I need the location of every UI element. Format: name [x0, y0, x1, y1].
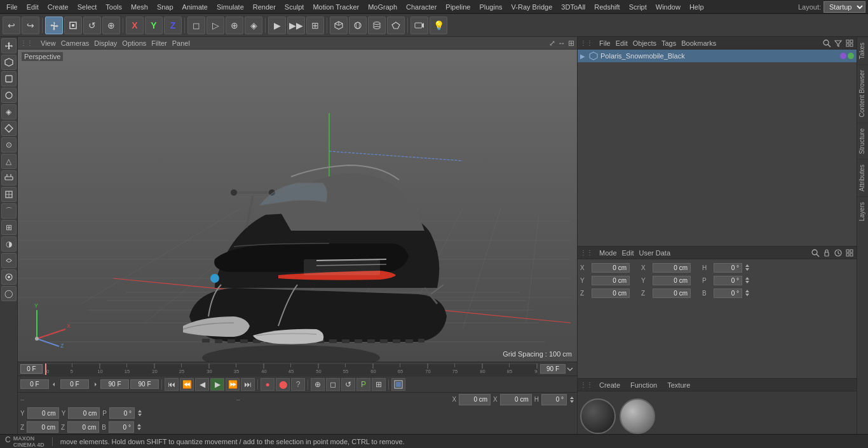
render-frame-button[interactable]: [391, 378, 405, 391]
tab-structure[interactable]: Structure: [857, 123, 869, 160]
attr-y1-input[interactable]: [592, 276, 630, 285]
left-tool-4[interactable]: [1, 88, 17, 103]
attr-b-arrow[interactable]: [745, 289, 750, 297]
motion-icon-2[interactable]: ◻: [326, 378, 340, 391]
attr-x2-input[interactable]: [653, 263, 691, 273]
menu-window[interactable]: Window: [652, 2, 684, 12]
viewport-menu-filter[interactable]: Filter: [151, 39, 166, 47]
menu-snap[interactable]: Snap: [153, 2, 177, 12]
coord-z2-field[interactable]: [67, 421, 99, 433]
render-settings[interactable]: ⊞: [306, 17, 324, 34]
tab-takes[interactable]: Takes: [857, 37, 869, 64]
transform-tool[interactable]: ⊕: [102, 17, 120, 34]
tab-layers[interactable]: Layers: [857, 196, 869, 226]
layout-select[interactable]: Startup: [824, 1, 865, 13]
coord-b-field[interactable]: [109, 421, 134, 433]
move-tool[interactable]: [45, 17, 63, 34]
help-button[interactable]: ?: [291, 378, 305, 391]
coord-h-arrow[interactable]: [569, 396, 574, 404]
obj-expand-icon[interactable]: [845, 39, 854, 48]
end-frame-field-1[interactable]: [100, 379, 129, 389]
tab-attributes[interactable]: Attributes: [857, 159, 869, 196]
auto-key-button[interactable]: ⬤: [276, 378, 290, 391]
viewport-menu-options[interactable]: Options: [122, 39, 146, 47]
attr-b-input[interactable]: [714, 288, 742, 298]
obj-dot-green[interactable]: [848, 53, 854, 59]
menu-render[interactable]: Render: [249, 2, 280, 12]
obj-menu-bookmarks[interactable]: Bookmarks: [681, 39, 716, 47]
step-back-button[interactable]: ⏪: [180, 378, 194, 391]
attr-menu-edit[interactable]: Edit: [622, 249, 634, 257]
viewport-menu-display[interactable]: Display: [94, 39, 117, 47]
menu-tools[interactable]: Tools: [102, 2, 126, 12]
timeline-chevron[interactable]: [566, 365, 574, 374]
light-tool[interactable]: 💡: [430, 17, 447, 34]
left-tool-10[interactable]: [1, 187, 17, 202]
end-frame-field-2[interactable]: [130, 379, 159, 389]
play-forward-button[interactable]: ▶: [210, 378, 224, 391]
menu-pipeline[interactable]: Pipeline: [442, 2, 474, 12]
motion-icon-1[interactable]: ⊕: [311, 378, 325, 391]
left-tool-12[interactable]: ⊞: [1, 220, 17, 235]
points-mode[interactable]: ▷: [207, 17, 224, 34]
menu-script[interactable]: Script: [625, 2, 651, 12]
obj-search-icon[interactable]: [822, 39, 831, 48]
attr-expand-icon[interactable]: [845, 248, 854, 257]
mat-menu-function[interactable]: Function: [630, 381, 657, 389]
cylinder-tool[interactable]: [368, 17, 386, 34]
interactive-render[interactable]: ▶▶: [287, 17, 305, 34]
attr-menu-userdata[interactable]: User Data: [639, 249, 671, 257]
left-tool-16[interactable]: ◯: [1, 286, 17, 301]
coord-z1-field[interactable]: [27, 421, 58, 433]
viewport-icon-1[interactable]: ⤢: [549, 39, 555, 48]
menu-3dtoall[interactable]: 3DToAll: [557, 2, 589, 12]
start-frame-field[interactable]: [20, 379, 49, 389]
obj-filter-icon[interactable]: [834, 39, 843, 48]
coord-x1-field[interactable]: [459, 394, 491, 405]
scale-tool[interactable]: [64, 17, 82, 34]
attr-h-arrow[interactable]: [745, 264, 750, 271]
coord-x2-field[interactable]: [500, 394, 532, 405]
viewport-icon-3[interactable]: ⊞: [568, 39, 574, 48]
viewport-3d[interactable]: Perspective Grid Spacing : 100 cm X Y Z: [18, 50, 577, 362]
mat-menu-texture[interactable]: Texture: [667, 381, 690, 389]
attr-z2-input[interactable]: [653, 288, 691, 298]
menu-sculpt[interactable]: Sculpt: [281, 2, 308, 12]
motion-icon-3[interactable]: ↺: [341, 378, 355, 391]
coord-y2-field[interactable]: [68, 407, 100, 419]
edges-mode[interactable]: ⊕: [226, 17, 243, 34]
timeline-track[interactable]: 0 5 10 15 20 25 30: [45, 363, 538, 375]
left-tool-9[interactable]: [1, 170, 17, 186]
left-tool-3[interactable]: [1, 71, 17, 86]
current-frame-display[interactable]: 0 F: [20, 364, 43, 374]
step-forward-button[interactable]: ⏩: [226, 378, 240, 391]
menu-vray[interactable]: V-Ray Bridge: [508, 2, 557, 12]
menu-plugins[interactable]: Plugins: [475, 2, 506, 12]
undo-button[interactable]: ↩: [3, 17, 20, 34]
camera-tool[interactable]: [410, 17, 428, 34]
timeline-ruler[interactable]: 0 F 0 5 10 15: [18, 362, 577, 376]
menu-simulate[interactable]: Simulate: [213, 2, 248, 12]
menu-select[interactable]: Select: [74, 2, 101, 12]
redo-button[interactable]: ↪: [22, 17, 39, 34]
attr-p-arrow[interactable]: [745, 276, 750, 284]
material-thumb-detail-v[interactable]: [580, 398, 616, 434]
material-thumb-body-w[interactable]: [620, 398, 655, 434]
menu-edit[interactable]: Edit: [23, 2, 43, 12]
polygons-mode[interactable]: ◈: [245, 17, 262, 34]
sphere-tool[interactable]: [349, 17, 367, 34]
menu-help[interactable]: Help: [686, 2, 708, 12]
plane-tool[interactable]: [387, 17, 405, 34]
status-icon-cinema4d[interactable]: C: [5, 435, 11, 448]
menu-motion-tracker[interactable]: Motion Tracker: [309, 2, 363, 12]
y-axis[interactable]: Y: [145, 17, 163, 34]
coord-p-field[interactable]: [109, 407, 135, 419]
left-tool-11[interactable]: ⌒: [1, 203, 17, 219]
motion-icon-5[interactable]: ⊞: [372, 378, 386, 391]
menu-character[interactable]: Character: [402, 2, 440, 12]
obj-menu-file[interactable]: File: [599, 39, 611, 47]
play-back-button[interactable]: ◀: [195, 378, 209, 391]
menu-mesh[interactable]: Mesh: [127, 2, 152, 12]
attr-y2-input[interactable]: [653, 276, 691, 285]
menu-create[interactable]: Create: [44, 2, 72, 12]
